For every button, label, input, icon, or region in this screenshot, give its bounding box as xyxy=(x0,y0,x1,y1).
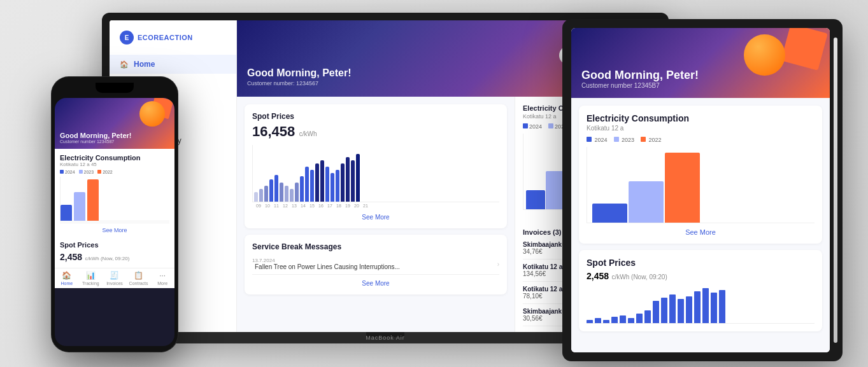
phone-notch xyxy=(96,83,134,93)
logo: E ECOREACTION xyxy=(110,31,236,55)
service-break-title: Service Break Messages xyxy=(252,242,499,251)
phone-nav-invoices-label: Invoices xyxy=(106,281,123,286)
spot-bar-1 xyxy=(587,320,593,323)
spot-bar xyxy=(351,160,355,202)
spot-bar-10 xyxy=(661,298,667,323)
service-break-card: Service Break Messages 13.7.2024 Fallen … xyxy=(245,235,507,294)
phone-nav-home-label: Home xyxy=(60,281,73,286)
tablet-bar-2022 xyxy=(665,153,700,223)
legend-2024: 2024 xyxy=(523,123,542,130)
spot-bar xyxy=(320,160,324,202)
tablet-spot-value: 2,458 xyxy=(587,271,609,281)
hero-greeting: Good Morning, Peter! xyxy=(247,67,352,79)
spot-bar xyxy=(346,157,350,202)
spot-bar xyxy=(356,154,360,202)
tablet-spot-chart xyxy=(587,286,815,324)
spot-bar xyxy=(325,167,329,202)
spot-bar-4 xyxy=(611,317,618,323)
spot-bar xyxy=(336,170,339,202)
phone-hero-sphere xyxy=(139,101,165,127)
tablet-legend: 2024 2023 2022 xyxy=(587,137,815,143)
phone-spot-title: Spot Prices xyxy=(60,241,169,249)
spot-bar-7 xyxy=(636,314,643,323)
phone-elec-see-more[interactable]: See More xyxy=(60,223,169,237)
tablet-hero-sphere xyxy=(744,34,785,76)
spot-bar xyxy=(341,163,345,202)
tablet-legend-2023: 2023 xyxy=(614,137,635,143)
phone-hero-text: Good Morning, Peter! Customer number 123… xyxy=(60,132,131,144)
service-date: 13.7.2024 xyxy=(252,258,402,263)
spot-bar xyxy=(280,183,283,202)
phone-content: Electricity Consumption Kotikatu 12 a 45… xyxy=(55,149,174,268)
sidebar-item-home[interactable]: 🏠 Home xyxy=(110,55,236,74)
phone-nav-home[interactable]: 🏠 Home xyxy=(55,271,79,286)
tablet-spot-title: Spot Prices xyxy=(587,258,815,268)
phone-bar-2024-1 xyxy=(60,205,72,221)
phone-nav-contracts[interactable]: 📋 Contracts xyxy=(127,271,151,286)
logo-icon: E xyxy=(120,31,134,45)
spot-bar xyxy=(254,192,258,202)
tablet-hero-text: Good Morning, Peter! Customer number 123… xyxy=(581,69,699,89)
phone-more-icon: ··· xyxy=(159,271,166,280)
spot-chart-container: 09 10 11 12 13 14 15 16 17 xyxy=(252,145,499,209)
phone-elec-title: Electricity Consumption xyxy=(60,154,169,162)
tablet-hero-cube xyxy=(781,28,827,71)
phone-bar-2022-1 xyxy=(87,179,99,221)
spot-bar-9 xyxy=(653,301,659,323)
spot-bar-15 xyxy=(702,288,709,323)
spot-bar xyxy=(305,167,309,202)
phone-legend-2022: 2022 xyxy=(97,170,113,174)
service-see-more[interactable]: See More xyxy=(252,280,499,287)
phone-bottom-nav: 🏠 Home 📊 Tracking 🧾 Invoices 📋 Contracts xyxy=(55,268,174,288)
spot-bar xyxy=(269,179,273,202)
tablet-screen: Good Morning, Peter! Customer number 123… xyxy=(571,28,830,352)
spot-bar xyxy=(274,175,278,202)
spot-prices-card: Spot Prices 16,458 c/kWh xyxy=(245,104,507,228)
spot-bar xyxy=(310,170,314,202)
spot-bar-14 xyxy=(694,291,701,323)
phone-invoices-icon: 🧾 xyxy=(110,271,119,280)
tablet-hero: Good Morning, Peter! Customer number 123… xyxy=(571,28,830,98)
spot-bar xyxy=(300,176,304,202)
tablet-subtitle: Customer number 12345B7 xyxy=(581,82,699,89)
spot-chart-bars xyxy=(252,145,499,202)
tablet-legend-2024: 2024 xyxy=(587,137,608,143)
spot-prices-unit: c/kWh xyxy=(299,130,317,137)
spot-prices-value: 16,458 xyxy=(252,123,295,139)
phone-elec-addr: Kotikatu 12 a 45 xyxy=(60,162,169,167)
bar-2024-1 xyxy=(526,190,545,209)
spot-bar xyxy=(290,189,294,202)
phone-nav-more[interactable]: ··· More xyxy=(150,271,174,286)
tablet-elec-title: Electricity Consumption xyxy=(587,113,815,123)
spot-bar-6 xyxy=(628,318,634,323)
tablet-bar-2024 xyxy=(592,204,627,223)
tablet-device: Good Morning, Peter! Customer number 123… xyxy=(562,19,843,361)
phone-device: Good Morning, Peter! Customer number 123… xyxy=(51,76,178,352)
phone-nav-invoices[interactable]: 🧾 Invoices xyxy=(103,271,127,286)
tablet-bar-2023 xyxy=(629,181,664,223)
spot-see-more[interactable]: See More xyxy=(252,214,499,221)
tablet-spot-unit: c/kWh (Now, 09:20) xyxy=(612,274,667,280)
tablet-content: Electricity Consumption Kotikatu 12 a 20… xyxy=(571,98,830,352)
home-icon: 🏠 xyxy=(120,60,129,69)
phone-legend-2024: 2024 xyxy=(60,170,75,174)
spot-bar-12 xyxy=(678,299,684,323)
phone-spot-value: 2,458 xyxy=(60,252,82,262)
tablet-legend-2022: 2022 xyxy=(641,137,662,143)
tablet-pencil xyxy=(834,38,837,343)
spot-bar xyxy=(295,183,299,202)
tablet-bar-group xyxy=(592,153,700,223)
phone-subtitle: Customer number 1234587 xyxy=(60,139,131,144)
phone-nav-tracking-label: Tracking xyxy=(82,281,99,286)
phone-legend-2023: 2023 xyxy=(79,170,94,174)
spot-bar-13 xyxy=(686,296,692,323)
phone-screen: Good Morning, Peter! Customer number 123… xyxy=(55,98,174,346)
phone-greeting: Good Morning, Peter! xyxy=(60,132,131,139)
phone-nav-tracking[interactable]: 📊 Tracking xyxy=(79,271,103,286)
tablet-elec-see-more[interactable]: See More xyxy=(587,228,815,236)
phone-nav-contracts-label: Contracts xyxy=(129,281,148,286)
spot-bar-8 xyxy=(644,310,651,323)
phone-tracking-icon: 📊 xyxy=(86,271,96,280)
spot-bar xyxy=(264,186,268,202)
laptop-notch xyxy=(366,332,404,337)
